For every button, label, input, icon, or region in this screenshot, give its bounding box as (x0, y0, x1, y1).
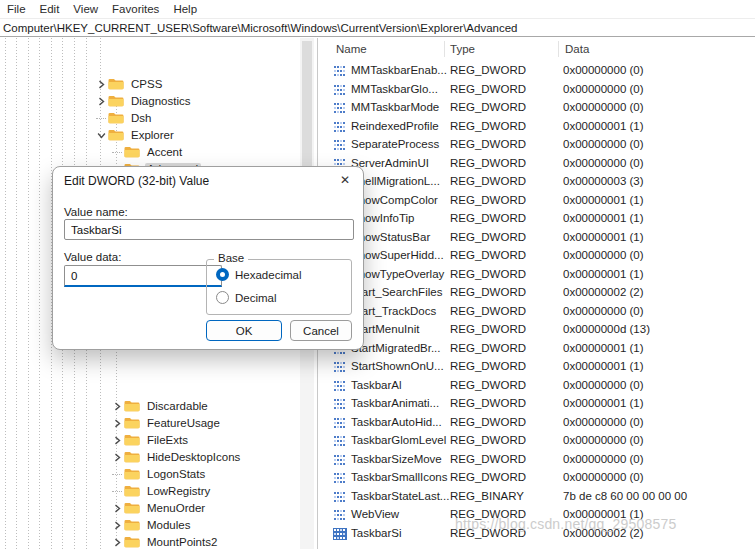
list-row-mmtaskbarenab[interactable]: MMTaskbarEnab... REG_DWORD 0x00000000 (0… (318, 62, 755, 80)
tree-item-label: FileExts (145, 434, 191, 447)
list-row-startshownonu[interactable]: StartShownOnU... REG_DWORD 0x00000001 (1… (318, 358, 755, 376)
list-row-start-trackdocs[interactable]: Start_TrackDocs REG_DWORD 0x00000000 (0) (318, 303, 755, 321)
chevron-right-icon[interactable] (110, 415, 124, 431)
chevron-right-icon[interactable] (110, 432, 124, 448)
tree-item-label: HideDesktopIcons (145, 451, 243, 464)
tree-item-explorer[interactable]: Explorer (94, 127, 177, 143)
list-row-showstatusbar[interactable]: ShowStatusBar REG_DWORD 0x00000001 (1) (318, 229, 755, 247)
tree-item-logonstats[interactable]: LogonStats (110, 466, 208, 482)
list-row-showcompcolor[interactable]: ShowCompColor REG_DWORD 0x00000001 (1) (318, 192, 755, 210)
reg-dword-icon (333, 435, 347, 447)
tree-item-cpss[interactable]: CPSS (94, 76, 165, 92)
radio-hexadecimal[interactable]: Hexadecimal (216, 268, 301, 281)
value-name-cell: ServerAdminUI (351, 157, 429, 169)
tree-item-lowregistry[interactable]: LowRegistry (110, 483, 213, 499)
value-type-cell: REG_DWORD (450, 342, 526, 354)
folder-icon (124, 485, 140, 497)
list-row-serveradminui[interactable]: ServerAdminUI REG_DWORD 0x00000000 (0) (318, 155, 755, 173)
value-type-cell: REG_DWORD (450, 360, 526, 372)
list-row-showinfotip[interactable]: ShowInfoTip REG_DWORD 0x00000001 (1) (318, 210, 755, 228)
reg-dword-icon (333, 491, 347, 503)
tree-item-menuorder[interactable]: MenuOrder (110, 500, 208, 516)
chevron-down-icon[interactable] (94, 127, 108, 143)
value-name-input[interactable]: TaskbarSi (64, 219, 354, 240)
column-header-type[interactable]: Type (450, 43, 475, 55)
value-type-cell: REG_DWORD (450, 286, 526, 298)
tree-item-label: MenuOrder (145, 502, 208, 515)
list-row-taskbarautohid[interactable]: TaskbarAutoHid... REG_DWORD 0x00000000 (… (318, 414, 755, 432)
reg-dword-icon (333, 417, 347, 429)
tree-guide-line (16, 38, 17, 549)
list-row-taskbarglomlevel[interactable]: TaskbarGlomLevel REG_DWORD 0x00000000 (0… (318, 432, 755, 450)
list-row-taskbarsmallicons[interactable]: TaskbarSmallIcons REG_DWORD 0x00000000 (… (318, 469, 755, 487)
menu-favorites[interactable]: Favorites (107, 2, 165, 17)
list-row-startmenuinit[interactable]: StartMenuInit REG_DWORD 0x0000000d (13) (318, 321, 755, 339)
column-header-data[interactable]: Data (565, 43, 589, 55)
tree-item-diagnostics[interactable]: Diagnostics (94, 93, 193, 109)
tree-guide-line (28, 38, 29, 549)
value-name-cell: TaskbarSi (351, 527, 402, 539)
value-type-cell: REG_DWORD (450, 397, 526, 409)
tree-item-fileexts[interactable]: FileExts (110, 432, 191, 448)
folder-icon (124, 417, 140, 429)
close-icon[interactable]: ✕ (340, 173, 350, 187)
list-row-separateprocess[interactable]: SeparateProcess REG_DWORD 0x00000000 (0) (318, 136, 755, 154)
value-type-cell: REG_DWORD (450, 416, 526, 428)
list-row-taskbarsizemove[interactable]: TaskbarSizeMove REG_DWORD 0x00000000 (0) (318, 451, 755, 469)
chevron-right-icon[interactable] (94, 93, 108, 109)
tree-item-label: Dsh (129, 112, 154, 125)
chevron-right-icon[interactable] (110, 534, 124, 549)
radio-decimal[interactable]: Decimal (216, 291, 277, 304)
reg-dword-icon (333, 121, 347, 133)
header-separator[interactable] (558, 41, 559, 57)
tree-item-hidedesktopicons[interactable]: HideDesktopIcons (110, 449, 243, 465)
list-row-shellmigrationl[interactable]: ShellMigrationL... REG_DWORD 0x00000003 … (318, 173, 755, 191)
value-name-cell: StartMigratedBr... (351, 342, 440, 354)
chevron-right-icon[interactable] (110, 398, 124, 414)
list-row-showsuperhidd[interactable]: ShowSuperHidd... REG_DWORD 0x00000000 (0… (318, 247, 755, 265)
folder-icon (108, 129, 124, 141)
value-type-cell: REG_BINARY (450, 490, 524, 502)
column-header-name[interactable]: Name (336, 43, 367, 55)
tree-guide-line (39, 38, 40, 549)
list-row-taskbaral[interactable]: TaskbarAl REG_DWORD 0x00000000 (0) (318, 377, 755, 395)
tree-connector (110, 466, 124, 482)
chevron-right-icon[interactable] (110, 500, 124, 516)
folder-icon (124, 400, 140, 412)
cancel-button[interactable]: Cancel (290, 320, 352, 341)
tree-item-label: LowRegistry (145, 485, 213, 498)
tree-item-label: Accent (145, 146, 185, 159)
value-data-input[interactable]: 0 (64, 265, 222, 287)
menu-help[interactable]: Help (168, 2, 203, 17)
list-row-taskbarstatelast[interactable]: TaskbarStateLast... REG_BINARY 7b de c8 … (318, 488, 755, 506)
tree-item-modules[interactable]: Modules (110, 517, 193, 533)
tree-item-featureusage[interactable]: FeatureUsage (110, 415, 223, 431)
tree-item-discardable[interactable]: Discardable (110, 398, 211, 414)
tree-item-dsh[interactable]: Dsh (94, 110, 154, 126)
menu-edit[interactable]: Edit (35, 2, 66, 17)
chevron-right-icon[interactable] (110, 449, 124, 465)
list-row-startmigratedbr[interactable]: StartMigratedBr... REG_DWORD 0x00000001 … (318, 340, 755, 358)
folder-icon (124, 468, 140, 480)
value-type-cell: REG_DWORD (450, 471, 526, 483)
list-row-reindexedprofile[interactable]: ReindexedProfile REG_DWORD 0x00000001 (1… (318, 118, 755, 136)
value-name-cell: SeparateProcess (351, 138, 439, 150)
tree-item-accent[interactable]: Accent (110, 144, 185, 160)
value-name-cell: TaskbarStateLast... (351, 490, 449, 502)
list-row-mmtaskbarmode[interactable]: MMTaskbarMode REG_DWORD 0x00000000 (0) (318, 99, 755, 117)
list-row-start-searchfiles[interactable]: Start_SearchFiles REG_DWORD 0x00000002 (… (318, 284, 755, 302)
menu-view[interactable]: View (68, 2, 104, 17)
value-name-cell: MMTaskbarEnab... (351, 64, 447, 76)
list-row-showtypeoverlay[interactable]: ShowTypeOverlay REG_DWORD 0x00000001 (1) (318, 266, 755, 284)
chevron-right-icon[interactable] (110, 517, 124, 533)
ok-button[interactable]: OK (206, 320, 282, 341)
chevron-right-icon[interactable] (94, 76, 108, 92)
menu-file[interactable]: File (2, 2, 32, 17)
reg-dword-icon (333, 472, 347, 484)
value-data-cell: 0x00000001 (1) (563, 231, 644, 243)
list-row-taskbaranimati[interactable]: TaskbarAnimati... REG_DWORD 0x00000001 (… (318, 395, 755, 413)
tree-item-mountpoints2[interactable]: MountPoints2 (110, 534, 220, 549)
header-separator[interactable] (444, 41, 445, 57)
address-bar[interactable]: Computer\HKEY_CURRENT_USER\Software\Micr… (0, 19, 755, 37)
list-row-mmtaskbarglo[interactable]: MMTaskbarGlo... REG_DWORD 0x00000000 (0) (318, 81, 755, 99)
